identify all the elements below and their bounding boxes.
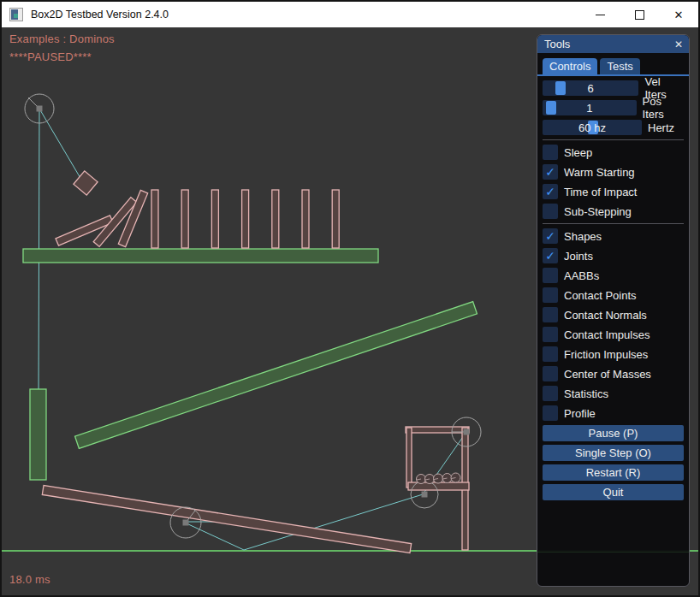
checkbox-label: AABBs (564, 269, 599, 282)
slider-track[interactable]: 6 (543, 80, 638, 96)
standing-domino-body (242, 190, 249, 248)
checkbox-box[interactable] (543, 204, 558, 219)
checkbox-label: Joints (564, 250, 593, 263)
shelf-platform-body (23, 249, 378, 263)
slider-vel-iters[interactable]: 6Vel Iters (543, 80, 684, 96)
joint-anchor-square (37, 106, 43, 112)
joint-anchor-square (464, 429, 470, 435)
separator (543, 223, 684, 224)
standing-domino-body (211, 190, 218, 248)
button-restart-r[interactable]: Restart (R) (543, 464, 684, 481)
checkbox-label: Statistics (564, 387, 608, 400)
panel-content: 6Vel Iters1Pos Iters60 hzHertzSleep✓Warm… (537, 76, 689, 500)
checkbox-label: Profile (564, 407, 596, 420)
close-icon: ✕ (674, 9, 684, 21)
paused-label: ****PAUSED**** (9, 50, 92, 63)
slider-hertz[interactable]: 60 hzHertz (543, 120, 684, 135)
checkbox-label: Contact Normals (564, 309, 647, 322)
standing-domino-body (181, 190, 188, 248)
tools-panel-titlebar[interactable]: Tools (537, 35, 689, 53)
checkbox-sleep[interactable]: Sleep (543, 145, 684, 160)
checkbox-box[interactable] (543, 268, 558, 283)
ground-line-through-panel (537, 552, 689, 553)
checkbox-center-of-masses[interactable]: Center of Masses (543, 366, 684, 381)
slider-label: Hertz (648, 121, 674, 134)
checkbox-label: Contact Impulses (564, 328, 650, 341)
checkbox-box[interactable]: ✓ (543, 228, 558, 244)
app-window: Box2D Testbed Version 2.4.0 ✕ Examples :… (0, 0, 700, 597)
joint-line (187, 523, 244, 550)
checkbox-box[interactable]: ✓ (543, 164, 558, 180)
checkbox-shapes[interactable]: ✓Shapes (543, 228, 684, 244)
check-mark-icon: ✓ (545, 166, 555, 178)
checkbox-label: Friction Impulses (564, 348, 648, 361)
slider-value: 60 hz (543, 120, 642, 135)
frame-left-post-body (406, 428, 412, 488)
check-mark-icon: ✓ (545, 186, 555, 198)
checkbox-box[interactable] (543, 145, 558, 160)
maximize-icon (635, 10, 644, 20)
button-quit[interactable]: Quit (543, 484, 684, 500)
tab-tests[interactable]: Tests (600, 58, 639, 74)
joint-anchor-square (422, 492, 428, 498)
window-title: Box2D Testbed Version 2.4.0 (31, 9, 169, 21)
checkbox-label: Contact Points (564, 289, 637, 302)
checkbox-sub-stepping[interactable]: Sub-Stepping (543, 204, 684, 219)
tabbar: ControlsTests (537, 53, 689, 74)
example-label: Examples : Dominos (9, 33, 115, 45)
standing-domino-body (332, 190, 339, 248)
checkbox-friction-impulses[interactable]: Friction Impulses (543, 346, 684, 362)
standing-domino-body (302, 190, 309, 248)
checkbox-box[interactable] (543, 307, 558, 322)
checkbox-box[interactable]: ✓ (543, 248, 558, 263)
checkbox-warm-starting[interactable]: ✓Warm Starting (543, 164, 684, 180)
slider-pos-iters[interactable]: 1Pos Iters (543, 100, 684, 115)
maximize-button[interactable] (620, 2, 659, 27)
app-icon (9, 8, 23, 21)
joint-line (39, 109, 84, 184)
slider-value: 6 (543, 80, 638, 96)
check-mark-icon: ✓ (545, 230, 555, 242)
standing-domino-body (272, 190, 279, 248)
pendulum-box-body (74, 171, 98, 195)
separator (543, 139, 684, 140)
minimize-icon (596, 15, 605, 15)
checkbox-joints[interactable]: ✓Joints (543, 248, 684, 263)
checkbox-box[interactable]: ✓ (543, 184, 558, 199)
simulation-canvas[interactable]: Examples : Dominos ****PAUSED**** 18.0 m… (2, 27, 698, 595)
checkbox-label: Warm Starting (564, 166, 635, 179)
close-button[interactable]: ✕ (659, 2, 698, 27)
frame-time-label: 18.0 ms (9, 573, 50, 586)
minimize-button[interactable] (580, 2, 620, 27)
check-mark-icon: ✓ (545, 250, 555, 262)
tools-panel-title: Tools (544, 38, 570, 50)
slider-track[interactable]: 1 (543, 100, 637, 115)
checkbox-profile[interactable]: Profile (543, 405, 684, 421)
checkbox-box[interactable] (543, 366, 558, 381)
vertical-post-body (30, 389, 46, 480)
tab-controls[interactable]: Controls (543, 58, 597, 74)
checkbox-aabbs[interactable]: AABBs (543, 268, 684, 283)
checkbox-label: Sub-Stepping (564, 205, 632, 218)
joint-anchor-square (183, 520, 189, 526)
checkbox-label: Shapes (564, 230, 602, 243)
checkbox-statistics[interactable]: Statistics (543, 386, 684, 401)
seesaw-plank-body (42, 486, 411, 553)
checkbox-box[interactable] (543, 386, 558, 401)
tools-panel-close-button[interactable]: ✕ (672, 38, 685, 51)
checkbox-contact-impulses[interactable]: Contact Impulses (543, 327, 684, 342)
slider-track[interactable]: 60 hz (543, 120, 642, 135)
button-single-step-o[interactable]: Single Step (O) (543, 445, 684, 461)
checkbox-contact-points[interactable]: Contact Points (543, 287, 684, 303)
checkbox-box[interactable] (543, 327, 558, 342)
checkbox-label: Sleep (564, 146, 592, 159)
checkbox-box[interactable] (543, 405, 558, 421)
button-pause-p[interactable]: Pause (P) (543, 425, 684, 441)
tools-panel: Tools ✕ ControlsTests 6Vel Iters1Pos Ite… (537, 34, 690, 587)
checkbox-label: Time of Impact (564, 186, 637, 198)
checkbox-contact-normals[interactable]: Contact Normals (543, 307, 684, 322)
checkbox-box[interactable] (543, 287, 558, 303)
checkbox-box[interactable] (543, 346, 558, 362)
checkbox-time-of-impact[interactable]: ✓Time of Impact (543, 184, 684, 199)
titlebar[interactable]: Box2D Testbed Version 2.4.0 ✕ (2, 2, 698, 27)
